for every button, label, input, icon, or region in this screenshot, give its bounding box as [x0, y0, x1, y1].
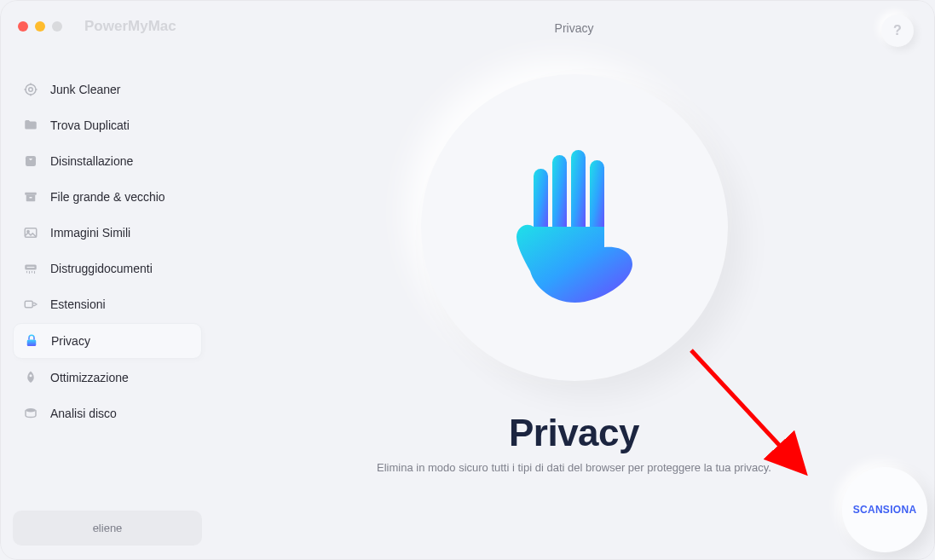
svg-rect-24 [571, 150, 586, 237]
sidebar-item-label: Immagini Simili [50, 226, 130, 240]
plugin-icon [23, 297, 38, 312]
disk-icon [23, 406, 38, 421]
sidebar-item-label: Privacy [51, 334, 90, 348]
sidebar-item-label: Analisi disco [50, 407, 117, 420]
svg-rect-23 [552, 155, 567, 237]
sidebar-item-label: Distruggidocumenti [50, 262, 153, 275]
user-pill[interactable]: eliene [13, 511, 202, 546]
sidebar-item-privacy[interactable]: Privacy [13, 323, 202, 359]
sidebar-item-junk-cleaner[interactable]: Junk Cleaner [13, 72, 202, 107]
page-subheading: Elimina in modo sicuro tutti i tipi di d… [377, 461, 771, 474]
page-title: Privacy [555, 21, 594, 35]
sidebar-item-label: Disinstallazione [50, 154, 133, 168]
sidebar-item-label: Ottimizzazione [50, 371, 129, 384]
lock-icon [24, 333, 39, 349]
help-button[interactable]: ? [881, 14, 914, 47]
hero-circle [421, 74, 728, 381]
sidebar-item-large-old-files[interactable]: File grande & vecchio [13, 180, 202, 214]
app-title: PowerMyMac [84, 18, 176, 35]
scan-button[interactable]: SCANSIONA [842, 467, 927, 552]
shredder-icon [23, 261, 38, 276]
svg-rect-18 [25, 301, 32, 308]
target-icon [23, 82, 38, 97]
folder-icon [23, 118, 38, 133]
sidebar-item-disk-analysis[interactable]: Analisi disco [13, 396, 202, 430]
sidebar-item-optimization[interactable]: Ottimizzazione [13, 361, 202, 395]
window-controls: PowerMyMac [18, 18, 202, 35]
sidebar-item-label: Trova Duplicati [50, 118, 130, 132]
close-window-button[interactable] [18, 21, 28, 32]
sidebar-item-shredder[interactable]: Distruggidocumenti [13, 251, 202, 286]
svg-point-20 [30, 374, 32, 377]
svg-rect-25 [590, 160, 604, 237]
svg-point-1 [29, 88, 33, 92]
svg-point-21 [26, 408, 36, 413]
sidebar-item-similar-images[interactable]: Immagini Simili [13, 216, 202, 250]
svg-point-0 [26, 84, 36, 95]
svg-rect-19 [27, 340, 37, 347]
sidebar-nav: Junk Cleaner Trova Duplicati Disinstalla… [13, 72, 202, 430]
svg-rect-6 [26, 156, 36, 166]
sidebar-item-extensions[interactable]: Estensioni [13, 287, 202, 321]
svg-line-26 [691, 350, 802, 470]
rocket-icon [23, 370, 38, 385]
hand-icon [506, 145, 643, 310]
minimize-window-button[interactable] [35, 21, 45, 32]
page-heading: Privacy [509, 412, 639, 454]
sidebar-item-label: Estensioni [50, 297, 106, 311]
sidebar-item-label: Junk Cleaner [50, 83, 121, 96]
svg-rect-7 [25, 193, 37, 195]
main-panel: Privacy ? [214, 1, 934, 559]
sidebar-item-uninstaller[interactable]: Disinstallazione [13, 144, 202, 178]
app-icon [23, 153, 38, 169]
fullscreen-window-button[interactable] [52, 21, 62, 32]
archive-icon [23, 189, 38, 205]
image-icon [23, 225, 38, 240]
svg-rect-9 [30, 197, 32, 199]
sidebar-item-label: File grande & vecchio [50, 190, 165, 204]
sidebar-item-find-duplicates[interactable]: Trova Duplicati [13, 108, 202, 142]
sidebar: PowerMyMac Junk Cleaner Trova Duplicati … [1, 1, 214, 559]
